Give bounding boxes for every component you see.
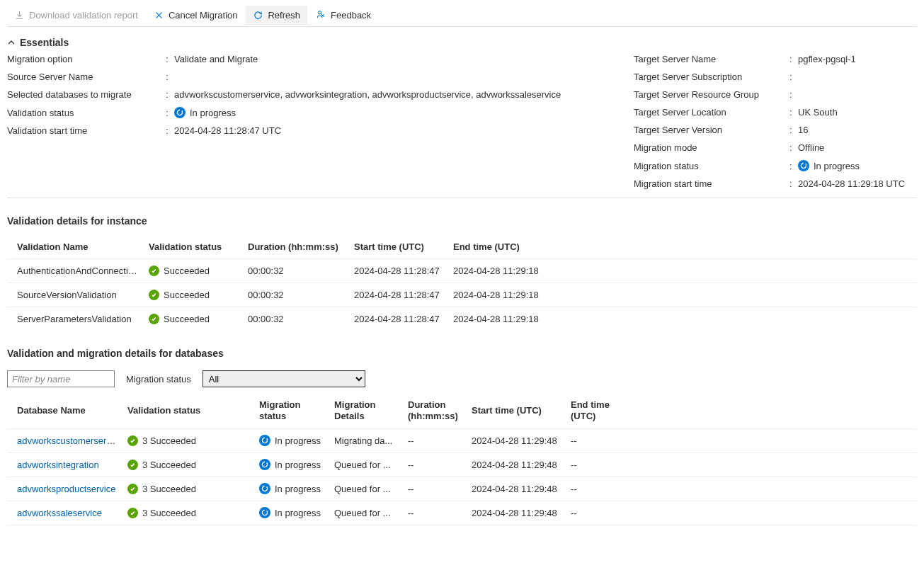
col-validation-name[interactable]: Validation Name (7, 241, 149, 252)
db-validation-status: 3 Succeeded (127, 460, 259, 470)
validation-end: 2024-04-28 11:29:18 (453, 290, 552, 300)
database-link[interactable]: advworkssaleservice (17, 508, 102, 518)
migration-status-label: Migration status (634, 161, 789, 171)
col-validation-status[interactable]: Validation status (149, 241, 248, 252)
db-migration-details: Queued for ... (334, 508, 408, 518)
refresh-label: Refresh (268, 10, 300, 21)
validation-start: 2024-04-28 11:28:47 (354, 266, 453, 276)
database-link[interactable]: advworksproductservice (17, 484, 115, 494)
refresh-icon (253, 10, 263, 21)
migration-mode-label: Migration mode (634, 142, 789, 153)
db-start-time: 2024-04-28 11:29:48 (472, 484, 571, 494)
database-filter-row: Migration status All (7, 370, 917, 387)
target-server-resource-group-label: Target Server Resource Group (634, 89, 789, 100)
col-duration[interactable]: Duration (hh:mm:ss) (248, 241, 354, 252)
close-icon (154, 10, 164, 21)
target-server-name-label: Target Server Name (634, 54, 789, 64)
target-server-subscription-label: Target Server Subscription (634, 72, 789, 82)
validation-status-value: In progress (190, 108, 236, 118)
validation-name: AuthenticationAndConnectivi... (7, 266, 149, 276)
validation-name: ServerParametersValidation (7, 314, 149, 324)
db-validation-status: 3 Succeeded (127, 435, 259, 446)
table-row: ServerParametersValidationSucceeded00:00… (7, 307, 917, 331)
migration-status-value: In progress (814, 161, 860, 171)
migration-status-filter-select[interactable]: All (203, 370, 365, 387)
db-duration: -- (408, 508, 472, 518)
migration-start-time-label: Migration start time (634, 178, 789, 189)
svg-point-0 (319, 11, 321, 14)
validation-start-time-label: Validation start time (7, 125, 166, 136)
migration-option-value: Validate and Migrate (174, 54, 611, 64)
col-database-name[interactable]: Database Name (7, 405, 127, 416)
validation-duration: 00:00:32 (248, 290, 354, 300)
success-icon (127, 484, 138, 494)
validation-start: 2024-04-28 11:28:47 (354, 314, 453, 324)
validation-end: 2024-04-28 11:29:18 (453, 314, 552, 324)
instance-validation-title: Validation details for instance (7, 215, 917, 227)
db-duration: -- (408, 460, 472, 470)
col-validation-status[interactable]: Validation status (127, 405, 259, 416)
success-icon (149, 290, 159, 300)
in-progress-icon (259, 459, 270, 470)
db-migration-details: Queued for ... (334, 484, 408, 494)
col-db-end[interactable]: End time (UTC) (571, 399, 641, 423)
validation-duration: 00:00:32 (248, 266, 354, 276)
in-progress-icon (259, 435, 270, 446)
validation-status: Succeeded (149, 314, 248, 324)
database-details-title: Validation and migration details for dat… (7, 348, 917, 359)
validation-duration: 00:00:32 (248, 314, 354, 324)
validation-status-label: Validation status (7, 108, 166, 118)
success-icon (127, 435, 138, 446)
database-name: advworksintegration (7, 460, 127, 470)
essentials-toggle[interactable]: Essentials (7, 37, 917, 54)
database-name: advworkscustomerservice (7, 435, 127, 446)
success-icon (127, 460, 138, 470)
table-row: advworkssaleservice3 SucceededIn progres… (7, 501, 917, 525)
table-row: SourceVersionValidationSucceeded00:00:32… (7, 283, 917, 307)
db-end-time: -- (571, 435, 641, 446)
validation-start: 2024-04-28 11:28:47 (354, 290, 453, 300)
db-migration-details: Migrating da... (334, 435, 408, 446)
db-migration-status: In progress (259, 459, 334, 470)
col-db-duration[interactable]: Duration (hh:mm:ss) (408, 399, 472, 423)
db-start-time: 2024-04-28 11:29:48 (472, 508, 571, 518)
migration-option-label: Migration option (7, 54, 166, 64)
toolbar: Download validation report Cancel Migrat… (7, 6, 917, 27)
migration-start-time-value: 2024-04-28 11:29:18 UTC (798, 178, 917, 189)
in-progress-icon (174, 107, 186, 118)
db-migration-details: Queued for ... (334, 460, 408, 470)
db-migration-status: In progress (259, 435, 334, 446)
feedback-icon (316, 10, 326, 21)
database-link[interactable]: advworkscustomerservice (17, 435, 123, 446)
validation-start-time-value: 2024-04-28 11:28:47 UTC (174, 125, 611, 136)
db-start-time: 2024-04-28 11:29:48 (472, 435, 571, 446)
feedback-button[interactable]: Feedback (309, 6, 378, 25)
in-progress-icon (259, 483, 270, 494)
col-db-start[interactable]: Start time (UTC) (472, 405, 571, 416)
instance-validation-table: Validation Name Validation status Durati… (7, 235, 917, 331)
table-row: AuthenticationAndConnectivi...Succeeded0… (7, 258, 917, 283)
col-migration-status[interactable]: Migration status (259, 399, 334, 423)
col-migration-details[interactable]: Migration Details (334, 399, 408, 423)
feedback-label: Feedback (331, 10, 371, 21)
col-end-time[interactable]: End time (UTC) (453, 241, 552, 252)
cancel-migration-button[interactable]: Cancel Migration (147, 6, 245, 25)
validation-end: 2024-04-28 11:29:18 (453, 266, 552, 276)
target-server-version-value: 16 (798, 125, 917, 135)
db-start-time: 2024-04-28 11:29:48 (472, 460, 571, 470)
target-server-name-value: pgflex-pgsql-1 (798, 54, 917, 64)
download-icon (14, 10, 25, 21)
db-validation-status: 3 Succeeded (127, 508, 259, 518)
success-icon (127, 508, 138, 518)
db-migration-status: In progress (259, 507, 334, 518)
table-row: advworksproductservice3 SucceededIn prog… (7, 477, 917, 501)
filter-by-name-input[interactable] (7, 370, 115, 387)
download-validation-report-button: Download validation report (7, 6, 145, 25)
refresh-button[interactable]: Refresh (246, 6, 307, 25)
database-link[interactable]: advworksintegration (17, 460, 99, 470)
col-start-time[interactable]: Start time (UTC) (354, 241, 453, 252)
table-row: advworksintegration3 SucceededIn progres… (7, 453, 917, 477)
target-server-location-label: Target Server Location (634, 107, 789, 118)
db-validation-status: 3 Succeeded (127, 484, 259, 494)
in-progress-icon (259, 507, 270, 518)
